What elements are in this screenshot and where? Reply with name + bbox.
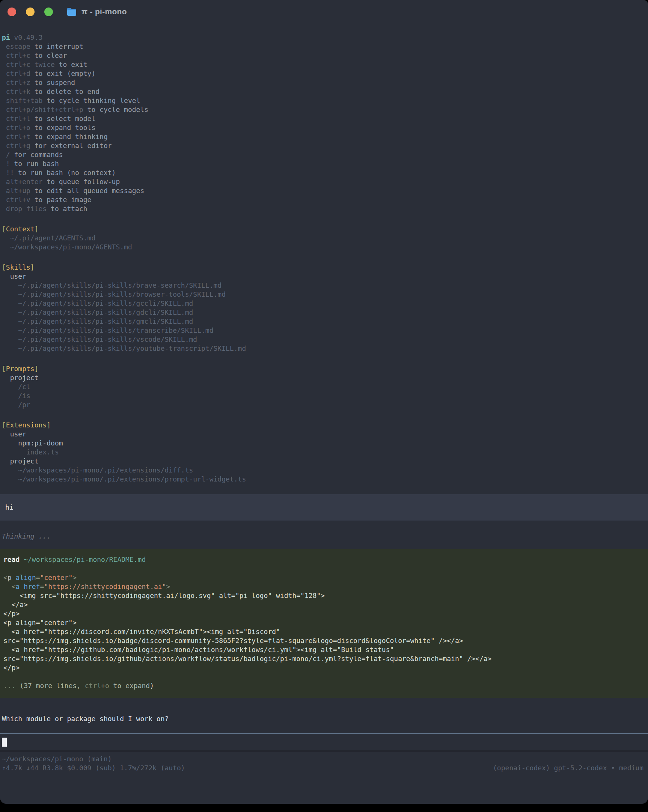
status-model: (openai-codex) gpt-5.2-codex • medium xyxy=(493,763,643,772)
shortcut-line: ! to run bash xyxy=(2,159,643,168)
tool-output-line: <p align="center"> xyxy=(3,573,643,582)
status-bar: ~/workspaces/pi-mono (main) ↑4.7k ↓44 R3… xyxy=(2,754,643,772)
close-button[interactable] xyxy=(8,8,16,16)
shortcut-line: ctrl+t to expand thinking xyxy=(2,132,643,141)
extension-item: npm:pi-doom xyxy=(2,439,643,448)
shortcut-line: shift+tab to cycle thinking level xyxy=(2,96,643,105)
tool-name: read xyxy=(3,556,20,563)
user-message-text: hi xyxy=(5,503,648,512)
prompt-item: project xyxy=(2,373,643,382)
context-item: ~/workspaces/pi-mono/AGENTS.md xyxy=(2,243,643,252)
assistant-message: Which module or package should I work on… xyxy=(2,714,643,723)
prompt-item: /pr xyxy=(2,400,643,409)
skill-item: ~/.pi/agent/skills/pi-skills/browser-too… xyxy=(2,290,643,299)
prompt-item: /cl xyxy=(2,382,643,391)
skill-item: user xyxy=(2,272,643,281)
section-extensions: [Extensions] user npm:pi-doom index.ts p… xyxy=(2,421,643,484)
zoom-button[interactable] xyxy=(44,8,53,16)
skill-item: ~/.pi/agent/skills/pi-skills/youtube-tra… xyxy=(2,344,643,353)
skill-item: ~/.pi/agent/skills/pi-skills/transcribe/… xyxy=(2,326,643,335)
skill-item: ~/.pi/agent/skills/pi-skills/gdcli/SKILL… xyxy=(2,308,643,317)
tool-output-line: <img src="https://shittycodingagent.ai/l… xyxy=(3,591,643,600)
extension-item: project xyxy=(2,457,643,466)
tool-call-block: read~/workspaces/pi-mono/README.md <p al… xyxy=(0,549,648,698)
tool-output-line: </a> xyxy=(3,600,643,609)
skill-item: ~/.pi/agent/skills/pi-skills/gmcli/SKILL… xyxy=(2,317,643,326)
minimize-button[interactable] xyxy=(26,8,35,16)
tool-output-line: src="https://img.shields.io/github/actio… xyxy=(3,654,643,663)
skill-item: ~/.pi/agent/skills/pi-skills/vscode/SKIL… xyxy=(2,335,643,344)
tool-output-line: <p align="center"> xyxy=(3,618,643,627)
shortcut-list: escape to interruptctrl+c to clearctrl+c… xyxy=(2,42,643,213)
extension-item: ~/workspaces/pi-mono/.pi/extensions/prom… xyxy=(2,475,643,484)
tool-output-line: <a href="https://github.com/badlogic/pi-… xyxy=(3,645,643,654)
tool-output-line xyxy=(3,672,643,681)
tool-output-line: ... (37 more lines, ctrl+o to expand) xyxy=(3,681,643,690)
thinking-indicator: Thinking ... xyxy=(2,532,643,541)
prompts-items: project /cl /is /pr xyxy=(2,373,643,409)
shortcut-line: escape to interrupt xyxy=(2,42,643,51)
prompt-input[interactable] xyxy=(0,733,648,751)
skill-item: ~/.pi/agent/skills/pi-skills/brave-searc… xyxy=(2,281,643,290)
shortcut-line: / for commands xyxy=(2,150,643,159)
shortcut-line: ctrl+o to expand tools xyxy=(2,123,643,132)
shortcut-line: ctrl+g for external editor xyxy=(2,141,643,150)
shortcut-line: drop files to attach xyxy=(2,204,643,213)
status-cwd: ~/workspaces/pi-mono (main) xyxy=(2,754,643,763)
extension-item: index.ts xyxy=(2,448,643,457)
shortcut-line: alt+enter to queue follow-up xyxy=(2,177,643,186)
section-title-extensions: [Extensions] xyxy=(2,421,643,430)
desktop-background: π - pi-mono piv0.49.3 escape to interrup… xyxy=(0,0,648,812)
shortcut-line: !! to run bash (no context) xyxy=(2,168,643,177)
context-items: ~/.pi/agent/AGENTS.md ~/workspaces/pi-mo… xyxy=(2,234,643,252)
app-name: pi xyxy=(2,34,10,41)
shortcut-line: ctrl+k to delete to end xyxy=(2,87,643,96)
tool-output-line: </p> xyxy=(3,609,643,618)
tool-argument: ~/workspaces/pi-mono/README.md xyxy=(24,556,146,563)
skills-items: user ~/.pi/agent/skills/pi-skills/brave-… xyxy=(2,272,643,353)
section-title-skills: [Skills] xyxy=(2,263,643,272)
shortcut-line: ctrl+l to select model xyxy=(2,114,643,123)
folder-icon xyxy=(66,8,77,16)
extensions-items: user npm:pi-doom index.ts project ~/work… xyxy=(2,430,643,484)
shortcut-line: ctrl+c twice to exit xyxy=(2,60,643,69)
extension-item: ~/workspaces/pi-mono/.pi/extensions/diff… xyxy=(2,466,643,475)
window-title: π - pi-mono xyxy=(81,7,127,16)
section-skills: [Skills] user ~/.pi/agent/skills/pi-skil… xyxy=(2,263,643,353)
prompt-item: /is xyxy=(2,391,643,400)
shortcut-line: ctrl+c to clear xyxy=(2,51,643,60)
section-prompts: [Prompts] project /cl /is /pr xyxy=(2,364,643,409)
shortcut-line: ctrl+p/shift+ctrl+p to cycle models xyxy=(2,105,643,114)
text-cursor xyxy=(2,738,7,746)
context-item: ~/.pi/agent/AGENTS.md xyxy=(2,234,643,243)
status-row: ↑4.7k ↓44 R3.8k $0.009 (sub) 1.7%/272k (… xyxy=(2,763,643,772)
shortcut-line: ctrl+v to paste image xyxy=(2,195,643,204)
tool-call-header: read~/workspaces/pi-mono/README.md xyxy=(3,555,643,564)
status-token-stats: ↑4.7k ↓44 R3.8k $0.009 (sub) 1.7%/272k (… xyxy=(2,763,185,772)
extension-item: user xyxy=(2,430,643,439)
titlebar: π - pi-mono xyxy=(0,0,648,23)
shortcut-line: ctrl+z to suspend xyxy=(2,78,643,87)
skill-item: ~/.pi/agent/skills/pi-skills/gccli/SKILL… xyxy=(2,299,643,308)
tool-output-line: <a href="https://shittycodingagent.ai"> xyxy=(3,582,643,591)
user-message: hi xyxy=(0,494,648,520)
section-context: [Context] ~/.pi/agent/AGENTS.md ~/worksp… xyxy=(2,224,643,252)
tool-output-line: <a href="https://discord.com/invite/nKXT… xyxy=(3,627,643,636)
shortcut-line: alt+up to edit all queued messages xyxy=(2,186,643,195)
tool-output-line: </p> xyxy=(3,663,643,672)
terminal-content: piv0.49.3 escape to interruptctrl+c to c… xyxy=(0,23,648,772)
terminal-window: π - pi-mono piv0.49.3 escape to interrup… xyxy=(0,0,648,804)
section-title-context: [Context] xyxy=(2,224,643,234)
tool-output-line: src="https://img.shields.io/badge/discor… xyxy=(3,636,643,645)
shortcut-line: ctrl+d to exit (empty) xyxy=(2,69,643,78)
app-version: v0.49.3 xyxy=(14,34,43,41)
traffic-lights xyxy=(8,8,53,16)
tool-output: <p align="center"> <a href="https://shit… xyxy=(3,564,643,690)
tool-output-line xyxy=(3,564,643,573)
app-version-line: piv0.49.3 xyxy=(2,33,643,42)
section-title-prompts: [Prompts] xyxy=(2,364,643,373)
